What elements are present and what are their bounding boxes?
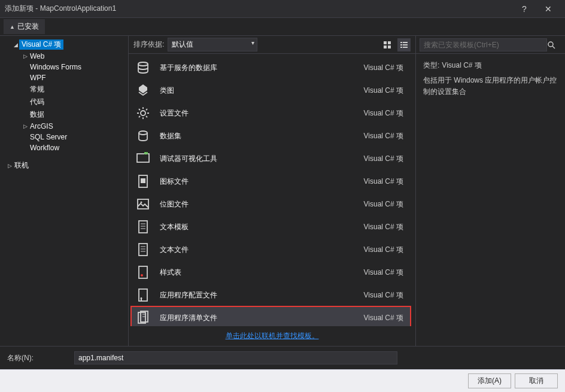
- text-file-icon: [133, 240, 153, 259]
- template-language: Visual C# 项: [364, 108, 406, 118]
- svg-rect-8: [400, 47, 402, 48]
- name-row: 名称(N):: [0, 346, 565, 369]
- description-body: 包括用于 Windows 应用程序的用户帐户控制的设置集合: [423, 75, 558, 98]
- svg-point-19: [141, 202, 142, 203]
- category-tree: ◢ Visual C# 项 ▷Web Windows Forms WPF 常规 …: [0, 36, 129, 346]
- tab-label: 已安装: [17, 22, 39, 32]
- svg-rect-7: [403, 44, 408, 45]
- template-row[interactable]: 类图Visual C# 项: [131, 79, 411, 102]
- svg-point-11: [141, 111, 145, 116]
- svg-rect-17: [141, 178, 145, 183]
- tree-item-sql-server[interactable]: SQL Server: [0, 132, 128, 142]
- gear-icon: [133, 104, 153, 123]
- template-row[interactable]: 数据集Visual C# 项: [131, 124, 411, 147]
- template-row[interactable]: 文本文件Visual C# 项: [131, 238, 411, 261]
- type-value: Visual C# 项: [442, 60, 481, 71]
- tree-item-data[interactable]: 数据: [0, 108, 128, 121]
- svg-rect-5: [403, 42, 408, 43]
- template-description: 类型: Visual C# 项 包括用于 Windows 应用程序的用户帐户控制…: [416, 54, 565, 104]
- svg-rect-4: [400, 42, 402, 43]
- name-input[interactable]: [74, 351, 397, 364]
- view-list-button[interactable]: [397, 38, 411, 51]
- window-title: 添加新项 - MapControlApplication1: [5, 4, 512, 14]
- cancel-button[interactable]: 取消: [515, 373, 558, 388]
- tree-item-wpf[interactable]: WPF: [0, 72, 128, 83]
- template-name: 调试器可视化工具: [160, 154, 357, 164]
- add-button[interactable]: 添加(A): [468, 373, 511, 388]
- template-name: 基于服务的数据库: [160, 63, 357, 73]
- svg-rect-28: [139, 266, 147, 278]
- tree-item-visual-csharp[interactable]: ◢ Visual C# 项: [0, 38, 128, 51]
- manifest-icon: [133, 308, 153, 326]
- svg-rect-2: [384, 45, 387, 48]
- template-name: 设置文件: [160, 108, 357, 118]
- template-language: Visual C# 项: [364, 63, 406, 73]
- template-row[interactable]: 样式表Visual C# 项: [131, 261, 411, 284]
- template-row[interactable]: 基于服务的数据库Visual C# 项: [131, 56, 411, 79]
- template-row[interactable]: 图标文件Visual C# 项: [131, 170, 411, 193]
- tree-item-general[interactable]: 常规: [0, 83, 128, 96]
- template-name: 类图: [160, 86, 357, 96]
- name-label: 名称(N):: [7, 353, 67, 363]
- template-name: 图标文件: [160, 177, 357, 187]
- svg-point-40: [548, 42, 553, 47]
- template-list[interactable]: 基于服务的数据库Visual C# 项类图Visual C# 项设置文件Visu…: [129, 54, 415, 326]
- template-row[interactable]: 位图文件Visual C# 项: [131, 193, 411, 215]
- visualizer-icon: C#: [133, 149, 153, 168]
- svg-rect-18: [138, 199, 148, 209]
- template-language: Visual C# 项: [364, 245, 406, 255]
- template-name: 文本模板: [160, 222, 357, 232]
- template-row[interactable]: 应用程序清单文件Visual C# 项: [131, 306, 411, 326]
- config-icon: [133, 285, 153, 305]
- template-name: 应用程序清单文件: [160, 313, 357, 323]
- sort-label: 排序依据:: [133, 39, 164, 50]
- tree-item-online[interactable]: ▷联机: [4, 159, 128, 172]
- icon-file-icon: [133, 172, 153, 191]
- search-input[interactable]: [420, 38, 547, 51]
- tree-item-code[interactable]: 代码: [0, 96, 128, 108]
- svg-line-41: [552, 46, 555, 48]
- tree-item-workflow[interactable]: Workflow: [0, 142, 128, 153]
- svg-rect-24: [139, 244, 147, 256]
- svg-rect-9: [403, 47, 408, 48]
- template-language: Visual C# 项: [364, 290, 406, 300]
- template-name: 位图文件: [160, 199, 357, 209]
- template-language: Visual C# 项: [364, 313, 406, 323]
- search-icon[interactable]: [547, 41, 561, 49]
- svg-text:C#: C#: [144, 152, 148, 155]
- template-name: 数据集: [160, 131, 357, 141]
- chevron-down-icon: ▲: [10, 24, 15, 30]
- svg-rect-3: [388, 45, 391, 48]
- template-toolbar: 排序依据: 默认值: [129, 36, 415, 54]
- chevron-down-icon: ◢: [12, 42, 19, 48]
- tree-item-web[interactable]: ▷Web: [0, 51, 128, 62]
- text-template-icon: [133, 217, 153, 236]
- type-label: 类型:: [423, 60, 439, 71]
- titlebar: 添加新项 - MapControlApplication1 ? ✕: [0, 0, 565, 18]
- online-search-link[interactable]: 单击此处以联机并查找模板。: [226, 332, 319, 340]
- template-language: Visual C# 项: [364, 86, 406, 96]
- close-button[interactable]: ✕: [536, 0, 560, 18]
- tree-item-arcgis[interactable]: ▷ArcGIS: [0, 121, 128, 132]
- chevron-right-icon: ▷: [6, 163, 13, 169]
- template-language: Visual C# 项: [364, 131, 406, 141]
- svg-rect-0: [384, 41, 387, 44]
- tree-item-windows-forms[interactable]: Windows Forms: [0, 62, 128, 72]
- tab-installed[interactable]: ▲ 已安装: [4, 19, 45, 34]
- template-row[interactable]: 文本模板Visual C# 项: [131, 215, 411, 238]
- template-row[interactable]: 设置文件Visual C# 项: [131, 102, 411, 124]
- sort-dropdown[interactable]: 默认值: [168, 38, 257, 51]
- svg-point-10: [138, 62, 148, 66]
- svg-rect-6: [400, 44, 402, 45]
- svg-point-12: [139, 131, 147, 135]
- template-row[interactable]: C#调试器可视化工具Visual C# 项: [131, 147, 411, 170]
- online-search-link-row: 单击此处以联机并查找模板。: [129, 326, 415, 346]
- help-button[interactable]: ?: [512, 0, 536, 18]
- class-diagram-icon: [133, 81, 153, 100]
- stylesheet-icon: [133, 263, 153, 282]
- view-small-icons-button[interactable]: [381, 38, 394, 51]
- svg-rect-13: [137, 154, 149, 162]
- template-language: Visual C# 项: [364, 177, 406, 187]
- template-row[interactable]: 应用程序配置文件Visual C# 项: [131, 284, 411, 306]
- template-name: 应用程序配置文件: [160, 290, 357, 300]
